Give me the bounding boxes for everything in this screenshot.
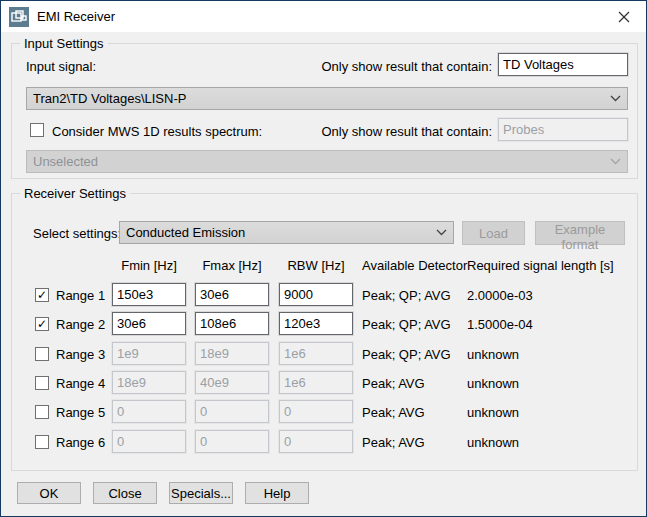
- fmin-input[interactable]: [112, 312, 186, 335]
- range-checkbox[interactable]: [35, 405, 49, 419]
- receiver-settings-group: Receiver Settings Select settings: Condu…: [11, 193, 638, 471]
- fmax-input[interactable]: [195, 430, 269, 453]
- rbw-input[interactable]: [279, 342, 353, 365]
- table-row: ✓ Range 2 Peak; QP; AVG 1.5000e-04: [12, 312, 637, 338]
- detector-value: Peak; QP; AVG: [362, 317, 451, 332]
- mws-checkbox[interactable]: [30, 123, 44, 137]
- detector-value: Peak; QP; AVG: [362, 288, 451, 303]
- example-format-button[interactable]: Example format: [535, 221, 625, 245]
- fmax-input[interactable]: [195, 283, 269, 306]
- rbw-input[interactable]: [279, 312, 353, 335]
- range-label: Range 5: [56, 405, 105, 420]
- specials-button[interactable]: Specials...: [169, 482, 233, 504]
- fmax-input[interactable]: [195, 342, 269, 365]
- input-signal-combo-value: Tran2\TD Voltages\LISN-P: [33, 91, 604, 106]
- fmin-input[interactable]: [112, 430, 186, 453]
- rbw-input[interactable]: [279, 371, 353, 394]
- app-icon: [9, 7, 29, 27]
- receiver-settings-group-label: Receiver Settings: [20, 186, 130, 201]
- header-rbw: RBW [Hz]: [279, 258, 353, 273]
- rbw-input[interactable]: [279, 283, 353, 306]
- fmin-input[interactable]: [112, 283, 186, 306]
- header-fmin: Fmin [Hz]: [112, 258, 186, 273]
- mws-combo[interactable]: Unselected: [26, 150, 628, 173]
- settings-combo-value: Conducted Emission: [126, 225, 430, 240]
- emi-receiver-dialog: EMI Receiver Input Settings Input signal…: [0, 0, 647, 517]
- table-row: Range 4 Peak; AVG unknown: [12, 371, 637, 397]
- mws-combo-value: Unselected: [33, 154, 604, 169]
- window-title: EMI Receiver: [37, 9, 115, 24]
- rbw-input[interactable]: [279, 430, 353, 453]
- table-row: Range 6 Peak; AVG unknown: [12, 430, 637, 456]
- detector-value: Peak; AVG: [362, 376, 425, 391]
- fmin-input[interactable]: [112, 400, 186, 423]
- length-value: 1.5000e-04: [467, 317, 533, 332]
- mws-filter-label: Only show result that contain:: [321, 124, 492, 139]
- detector-value: Peak; QP; AVG: [362, 347, 451, 362]
- ok-button[interactable]: OK: [17, 482, 81, 504]
- range-checkbox[interactable]: ✓: [35, 317, 49, 331]
- input-signal-combo[interactable]: Tran2\TD Voltages\LISN-P: [26, 87, 628, 110]
- filter-label: Only show result that contain:: [321, 59, 492, 74]
- fmax-input[interactable]: [195, 312, 269, 335]
- close-dialog-button[interactable]: Close: [93, 482, 157, 504]
- fmax-input[interactable]: [195, 400, 269, 423]
- length-value: unknown: [467, 376, 519, 391]
- range-checkbox[interactable]: [35, 347, 49, 361]
- table-row: Range 5 Peak; AVG unknown: [12, 400, 637, 426]
- fmin-input[interactable]: [112, 342, 186, 365]
- help-button[interactable]: Help: [245, 482, 309, 504]
- close-icon: [618, 11, 630, 23]
- range-checkbox[interactable]: ✓: [35, 288, 49, 302]
- fmax-input[interactable]: [195, 371, 269, 394]
- chevron-down-icon: [436, 229, 447, 236]
- input-settings-group: Input Settings Input signal: Only show r…: [11, 43, 638, 179]
- header-fmax: Fmax [Hz]: [195, 258, 269, 273]
- range-label: Range 4: [56, 376, 105, 391]
- filter-input[interactable]: [498, 53, 628, 76]
- close-button[interactable]: [601, 1, 646, 32]
- range-checkbox[interactable]: [35, 435, 49, 449]
- detector-value: Peak; AVG: [362, 405, 425, 420]
- length-value: unknown: [467, 347, 519, 362]
- mws-filter-input[interactable]: [498, 118, 628, 141]
- input-settings-group-label: Input Settings: [20, 36, 108, 51]
- detector-value: Peak; AVG: [362, 435, 425, 450]
- header-detector: Available Detector: [362, 258, 467, 273]
- select-settings-label: Select settings:: [33, 226, 121, 241]
- range-label: Range 1: [56, 288, 105, 303]
- range-checkbox[interactable]: [35, 376, 49, 390]
- table-row: ✓ Range 1 Peak; QP; AVG 2.0000e-03: [12, 283, 637, 309]
- chevron-down-icon: [610, 158, 621, 165]
- range-label: Range 3: [56, 347, 105, 362]
- chevron-down-icon: [610, 95, 621, 102]
- fmin-input[interactable]: [112, 371, 186, 394]
- length-value: unknown: [467, 405, 519, 420]
- length-value: unknown: [467, 435, 519, 450]
- header-length: Required signal length [s]: [467, 258, 614, 273]
- load-button[interactable]: Load: [462, 221, 525, 245]
- title-bar: EMI Receiver: [1, 1, 646, 32]
- rbw-input[interactable]: [279, 400, 353, 423]
- length-value: 2.0000e-03: [467, 288, 533, 303]
- mws-checkbox-label: Consider MWS 1D results spectrum:: [52, 124, 262, 139]
- input-signal-label: Input signal:: [26, 59, 96, 74]
- range-label: Range 6: [56, 435, 105, 450]
- settings-combo[interactable]: Conducted Emission: [119, 221, 454, 244]
- table-row: Range 3 Peak; QP; AVG unknown: [12, 342, 637, 368]
- range-label: Range 2: [56, 317, 105, 332]
